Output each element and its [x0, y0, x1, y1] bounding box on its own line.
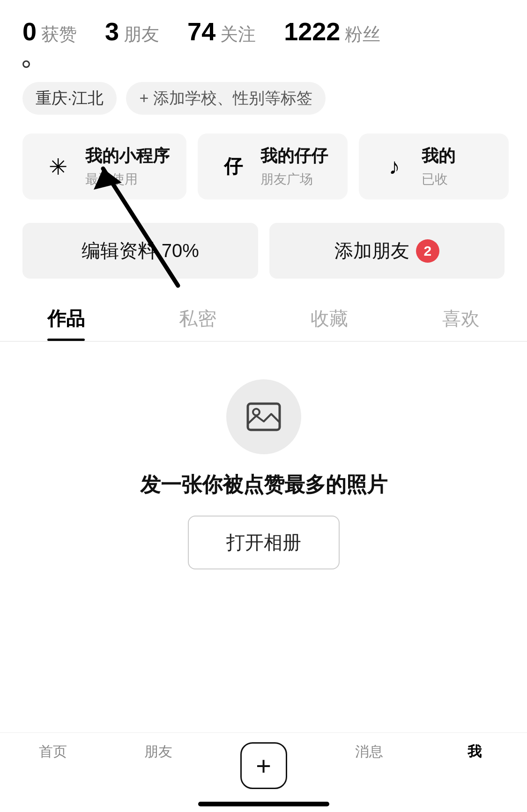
- dot-row: [0, 56, 527, 77]
- empty-icon-circle: [226, 379, 301, 454]
- likes-label: 获赞: [41, 22, 77, 46]
- add-friend-button[interactable]: 添加朋友 2: [269, 223, 505, 279]
- stat-followers: 1222 粉丝: [284, 17, 380, 46]
- bottom-nav: 首页 朋友 + 消息 我: [0, 732, 527, 812]
- nav-messages[interactable]: 消息: [316, 742, 422, 761]
- mini-app-2[interactable]: ♪ 我的 已收: [359, 133, 509, 199]
- tab-favorites[interactable]: 收藏: [264, 293, 395, 341]
- mini-app-1[interactable]: 仔 我的仔仔 朋友广场: [198, 133, 348, 199]
- mini-app-sub-1: 朋友广场: [260, 170, 328, 188]
- friends-count: 3: [105, 17, 119, 46]
- stat-friends: 3 朋友: [105, 17, 159, 46]
- tab-private[interactable]: 私密: [132, 293, 263, 341]
- stats-row: 0 获赞 3 朋友 74 关注 1222 粉丝: [0, 0, 527, 56]
- mini-app-icon-1: 仔: [215, 148, 252, 185]
- mini-app-0[interactable]: ✳ 我的小程序 最近使用: [22, 133, 186, 199]
- nav-me-label: 我: [468, 742, 482, 761]
- tabs-row: 作品 私密 收藏 喜欢: [0, 293, 527, 342]
- dot-indicator: [22, 60, 30, 68]
- empty-text: 发一张你被点赞最多的照片: [140, 471, 387, 499]
- nav-plus-button[interactable]: +: [240, 742, 287, 789]
- nav-messages-label: 消息: [355, 742, 383, 761]
- add-tag-button[interactable]: + 添加学校、性别等标签: [126, 82, 325, 115]
- likes-count: 0: [22, 17, 37, 46]
- svg-point-3: [253, 409, 260, 415]
- mini-app-sub-0: 最近使用: [85, 170, 170, 188]
- image-placeholder-icon: [245, 398, 282, 436]
- tab-works[interactable]: 作品: [0, 293, 132, 341]
- nav-friends[interactable]: 朋友: [105, 742, 211, 761]
- mini-app-icon-2: ♪: [376, 148, 413, 185]
- mini-apps-row: ✳ 我的小程序 最近使用 仔 我的仔仔 朋友广场 ♪ 我的 已收: [0, 129, 527, 214]
- nav-friends-label: 朋友: [144, 742, 172, 761]
- action-buttons: 编辑资料 70% 添加朋友 2: [0, 214, 527, 293]
- following-label: 关注: [220, 22, 256, 46]
- following-count: 74: [187, 17, 215, 46]
- nav-me[interactable]: 我: [422, 742, 527, 761]
- mini-app-sub-2: 已收: [422, 170, 455, 188]
- nav-home[interactable]: 首页: [0, 742, 105, 761]
- home-indicator: [198, 802, 329, 806]
- location-tag[interactable]: 重庆·江北: [22, 82, 117, 115]
- mini-app-name-2: 我的: [422, 145, 455, 168]
- nav-home-label: 首页: [39, 742, 67, 761]
- mini-app-name-1: 我的仔仔: [260, 145, 328, 168]
- mini-app-text-1: 我的仔仔 朋友广场: [260, 145, 328, 188]
- open-album-button[interactable]: 打开相册: [188, 516, 340, 569]
- tab-likes[interactable]: 喜欢: [395, 293, 527, 341]
- followers-label: 粉丝: [345, 22, 380, 46]
- stat-following: 74 关注: [187, 17, 256, 46]
- mini-app-text-2: 我的 已收: [422, 145, 455, 188]
- add-friend-badge: 2: [416, 239, 439, 263]
- followers-count: 1222: [284, 17, 340, 46]
- empty-state: 发一张你被点赞最多的照片 打开相册: [0, 342, 527, 607]
- friends-label: 朋友: [124, 22, 159, 46]
- mini-app-text-0: 我的小程序 最近使用: [85, 145, 170, 188]
- mini-app-icon-0: ✳: [39, 148, 77, 185]
- tags-row: 重庆·江北 + 添加学校、性别等标签: [0, 77, 527, 129]
- nav-plus[interactable]: +: [211, 742, 316, 789]
- mini-app-name-0: 我的小程序: [85, 145, 170, 168]
- stat-likes: 0 获赞: [22, 17, 77, 46]
- edit-profile-button[interactable]: 编辑资料 70%: [22, 223, 258, 279]
